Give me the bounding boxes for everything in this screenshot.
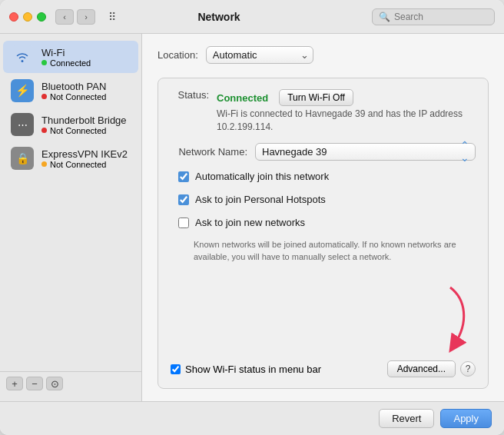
window-bottom-bar: Revert Apply [0,401,504,435]
bluetooth-item-status: Not Connected [41,92,106,101]
search-box[interactable]: 🔍 [372,8,495,25]
bluetooth-item-text: Bluetooth PAN Not Connected [41,81,106,101]
show-wifi-label: Show Wi-Fi status in menu bar [185,364,321,375]
location-select[interactable]: Automatic [206,46,313,64]
status-top: Connected Turn Wi-Fi Off [217,89,476,106]
main-panel-wrapper: Location: Automatic Status: Conn [142,34,504,401]
content-box: Status: Connected Turn Wi-Fi Off Wi-Fi i… [158,78,489,389]
vpn-item-text: ExpressVPN IKEv2 Not Connected [41,148,128,169]
close-button[interactable] [9,12,18,22]
status-value: Connected [217,92,268,104]
wifi-item-text: Wi-Fi Connected [41,47,91,68]
thunderbolt-item-name: Thunderbolt Bridge [41,115,127,126]
add-network-button[interactable]: + [6,377,23,390]
wifi-icon [11,45,34,68]
window: ‹ › ⠿ Network 🔍 Wi-Fi [0,0,504,435]
search-icon: 🔍 [379,12,390,22]
sidebar-item-wifi[interactable]: Wi-Fi Connected [3,41,138,73]
status-row: Status: Connected Turn Wi-Fi Off Wi-Fi i… [171,89,476,134]
search-input[interactable] [394,12,486,22]
advanced-button[interactable]: Advanced... [387,360,456,377]
location-label: Location: [158,49,198,61]
status-label: Status: [171,89,209,101]
network-name-label: Network Name: [171,146,247,158]
vpn-status-dot [41,161,47,167]
show-wifi-row: Show Wi-Fi status in menu bar [171,364,387,375]
sidebar-item-thunderbolt[interactable]: ⋯ Thunderbolt Bridge Not Connected [3,108,138,141]
auto-join-label: Automatically join this network [195,170,329,184]
vpn-icon: 🔒 [11,147,34,170]
bottom-buttons: Advanced... ? [387,360,476,377]
vpn-item-name: ExpressVPN IKEv2 [41,148,128,160]
maximize-button[interactable] [37,12,46,22]
revert-button[interactable]: Revert [379,409,434,428]
hint-text: Known networks will be joined automatica… [194,239,476,263]
personal-hotspots-label: Ask to join Personal Hotspots [195,193,326,207]
network-action-button[interactable]: ⊙ [46,377,63,390]
remove-network-button[interactable]: − [26,377,43,390]
wifi-status-dot [41,60,47,65]
apply-button[interactable]: Apply [440,409,492,428]
network-name-select[interactable]: Havnegade 39 [255,143,476,161]
personal-hotspots-row: Ask to join Personal Hotspots [178,193,476,207]
thunderbolt-icon: ⋯ [11,113,34,136]
turn-wifi-off-button[interactable]: Turn Wi-Fi Off [279,89,353,106]
thunderbolt-item-text: Thunderbolt Bridge Not Connected [41,115,127,135]
status-description: Wi-Fi is connected to Havnegade 39 and h… [217,108,476,134]
thunderbolt-item-status: Not Connected [41,126,127,135]
new-networks-checkbox[interactable] [178,218,189,228]
help-button[interactable]: ? [460,361,476,377]
bluetooth-item-name: Bluetooth PAN [41,81,106,92]
main-panel: Location: Automatic Status: Conn [142,34,504,401]
wifi-item-name: Wi-Fi [41,47,91,58]
minimize-button[interactable] [23,12,32,22]
thunderbolt-status-dot [41,128,47,133]
location-row: Location: Automatic [158,46,489,64]
new-networks-label: Ask to join new networks [195,216,305,230]
traffic-lights [9,12,46,22]
auto-join-checkbox[interactable] [178,171,189,182]
network-name-row: Network Name: Havnegade 39 ⌃⌄ [171,143,476,161]
vpn-item-status: Not Connected [41,160,128,169]
sidebar: Wi-Fi Connected ⚡ Bluetooth PAN Not Conn [0,34,142,401]
sidebar-item-vpn[interactable]: 🔒 ExpressVPN IKEv2 Not Connected [3,142,138,174]
personal-hotspots-checkbox[interactable] [178,194,189,205]
status-right: Connected Turn Wi-Fi Off Wi-Fi is connec… [217,89,476,134]
wifi-item-status: Connected [41,58,91,68]
sidebar-bottom-bar: + − ⊙ [0,371,141,395]
show-wifi-checkbox[interactable] [171,364,181,374]
bluetooth-icon: ⚡ [11,79,34,102]
bluetooth-status-dot [41,94,47,99]
sidebar-item-bluetooth[interactable]: ⚡ Bluetooth PAN Not Connected [3,75,138,107]
location-select-wrapper: Automatic [206,46,313,64]
titlebar: ‹ › ⠿ Network 🔍 [0,0,504,34]
auto-join-row: Automatically join this network [178,170,476,184]
content-area: Wi-Fi Connected ⚡ Bluetooth PAN Not Conn [0,34,504,401]
new-networks-row: Ask to join new networks [178,216,476,230]
window-title: Network [66,11,372,23]
bottom-row: Show Wi-Fi status in menu bar Advanced..… [171,353,476,377]
network-name-select-wrapper: Havnegade 39 ⌃⌄ [255,143,476,161]
